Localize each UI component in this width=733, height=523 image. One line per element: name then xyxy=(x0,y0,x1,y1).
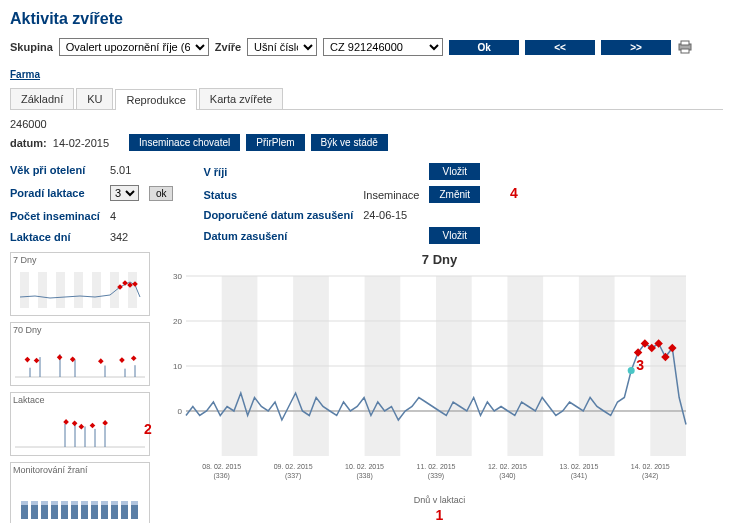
label: Doporučené datum zasušení xyxy=(203,209,353,221)
svg-point-84 xyxy=(628,367,635,374)
thumbnails: 7 Dny70 DnyLaktaceMonitorování žraní xyxy=(10,252,150,523)
lactation-order-select[interactable]: 3 xyxy=(110,185,139,201)
svg-text:(342): (342) xyxy=(642,472,658,480)
tab-ku[interactable]: KU xyxy=(76,88,113,109)
thumb-0[interactable]: 7 Dny xyxy=(10,252,150,316)
svg-text:11. 02. 2015: 11. 02. 2015 xyxy=(417,463,456,470)
svg-rect-9 xyxy=(110,272,119,308)
svg-rect-1 xyxy=(681,41,689,45)
svg-text:(337): (337) xyxy=(285,472,301,480)
farm-link[interactable]: Farma xyxy=(10,69,40,80)
svg-text:08. 02. 2015: 08. 02. 2015 xyxy=(202,463,241,470)
vložit-button[interactable]: Vložit xyxy=(429,163,480,180)
svg-rect-2 xyxy=(681,49,689,53)
value: 24-06-15 xyxy=(363,209,419,221)
ok-button[interactable]: Ok xyxy=(449,40,519,55)
svg-rect-61 xyxy=(71,501,78,505)
annotation-3: 3 xyxy=(636,357,644,373)
tab-karta-zvířete[interactable]: Karta zvířete xyxy=(199,88,283,109)
left-col: Věk při otelení5.01Poradí laktace3okPoče… xyxy=(10,163,173,244)
label: Status xyxy=(203,189,353,201)
value: 4 xyxy=(110,210,139,222)
svg-rect-60 xyxy=(61,501,68,505)
přirplem-button[interactable]: PřirPlem xyxy=(246,134,304,151)
lactation-ok-button[interactable]: ok xyxy=(149,186,174,201)
chart-title: 7 Dny xyxy=(156,252,723,267)
svg-text:20: 20 xyxy=(173,317,182,326)
svg-rect-58 xyxy=(41,501,48,505)
svg-text:(338): (338) xyxy=(356,472,372,480)
svg-text:14. 02. 2015: 14. 02. 2015 xyxy=(631,463,670,470)
next-button[interactable]: >> xyxy=(601,40,671,55)
x-axis-label: Dnů v laktaci xyxy=(156,495,723,505)
svg-rect-62 xyxy=(81,501,88,505)
svg-text:(336): (336) xyxy=(214,472,230,480)
svg-text:(339): (339) xyxy=(428,472,444,480)
svg-rect-66 xyxy=(121,501,128,505)
label: Datum zasušení xyxy=(203,230,353,242)
label: V říji xyxy=(203,166,353,178)
svg-rect-5 xyxy=(38,272,47,308)
annotation-2: 2 xyxy=(144,421,152,437)
annotation-4: 4 xyxy=(510,185,518,201)
svg-text:30: 30 xyxy=(173,272,182,281)
thumb-label: 7 Dny xyxy=(13,255,147,265)
svg-text:0: 0 xyxy=(178,407,183,416)
svg-text:10. 02. 2015: 10. 02. 2015 xyxy=(345,463,384,470)
svg-rect-56 xyxy=(21,501,28,505)
thumb-2[interactable]: Laktace xyxy=(10,392,150,456)
print-icon[interactable] xyxy=(677,40,693,54)
svg-rect-4 xyxy=(20,272,29,308)
filter-bar: Skupina Ovalert upozornění říje (6) Zvíř… xyxy=(10,38,723,56)
svg-rect-65 xyxy=(111,501,118,505)
page-title: Aktivita zvířete xyxy=(10,10,723,28)
value: 5.01 xyxy=(110,164,139,176)
thumb-1[interactable]: 70 Dny xyxy=(10,322,150,386)
id-type-select[interactable]: Ušní číslo xyxy=(247,38,317,56)
svg-text:(340): (340) xyxy=(499,472,515,480)
tab-základní[interactable]: Základní xyxy=(10,88,74,109)
animal-label: Zvíře xyxy=(215,41,241,53)
thumb-3[interactable]: Monitorování žraní xyxy=(10,462,150,523)
svg-text:12. 02. 2015: 12. 02. 2015 xyxy=(488,463,527,470)
svg-rect-63 xyxy=(91,501,98,505)
right-col: V říjiVložitStatusInseminaceZměnitDoporu… xyxy=(203,163,480,244)
thumb-label: Monitorování žraní xyxy=(13,465,147,475)
group-select[interactable]: Ovalert upozornění říje (6) xyxy=(59,38,209,56)
group-label: Skupina xyxy=(10,41,53,53)
prev-button[interactable]: << xyxy=(525,40,595,55)
date-value: 14-02-2015 xyxy=(53,137,109,149)
svg-text:13. 02. 2015: 13. 02. 2015 xyxy=(559,463,598,470)
action-buttons: Inseminace chovatelPřirPlemBýk ve stádě xyxy=(129,134,388,151)
label: Počet inseminací xyxy=(10,210,100,222)
svg-text:09. 02. 2015: 09. 02. 2015 xyxy=(274,463,313,470)
thumb-label: 70 Dny xyxy=(13,325,147,335)
tab-reprodukce[interactable]: Reprodukce xyxy=(115,89,196,110)
animal-number: 246000 xyxy=(10,118,723,130)
label: Věk při otelení xyxy=(10,164,100,176)
label: Poradí laktace xyxy=(10,187,100,199)
změnit-button[interactable]: Změnit xyxy=(429,186,480,203)
býk-ve-stádě-button[interactable]: Býk ve stádě xyxy=(311,134,388,151)
svg-rect-8 xyxy=(92,272,101,308)
tabs: ZákladníKUReprodukceKarta zvířete xyxy=(10,88,723,110)
svg-rect-31 xyxy=(15,407,145,453)
svg-rect-59 xyxy=(51,501,58,505)
svg-rect-67 xyxy=(131,501,138,505)
svg-rect-57 xyxy=(31,501,38,505)
value: 342 xyxy=(110,231,139,243)
date-label: datum: xyxy=(10,137,47,149)
svg-rect-64 xyxy=(101,501,108,505)
annotation-1: 1 xyxy=(156,507,723,523)
label: Laktace dní xyxy=(10,231,100,243)
svg-rect-6 xyxy=(56,272,65,308)
inseminace-chovatel-button[interactable]: Inseminace chovatel xyxy=(129,134,240,151)
value: Inseminace xyxy=(363,189,419,201)
svg-rect-7 xyxy=(74,272,83,308)
svg-text:10: 10 xyxy=(173,362,182,371)
vložit-button[interactable]: Vložit xyxy=(429,227,480,244)
main-chart: 2 3 010203008. 02. 2015(336)09. 02. 2015… xyxy=(156,271,696,491)
thumb-label: Laktace xyxy=(13,395,147,405)
svg-text:(341): (341) xyxy=(571,472,587,480)
animal-id-select[interactable]: CZ 921246000 xyxy=(323,38,443,56)
